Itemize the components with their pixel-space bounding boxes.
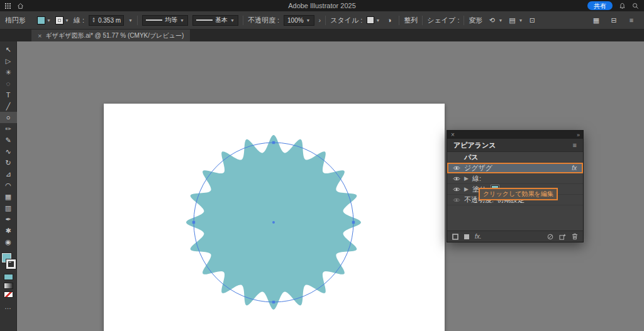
anchor-point[interactable] (272, 141, 275, 144)
fx-badge[interactable]: fx (572, 165, 578, 171)
selected-object-type: 楕円形 (5, 16, 33, 25)
direct-selection-tool[interactable]: ▷ (0, 55, 17, 67)
isolate-mode-icon[interactable]: ⊡ (527, 15, 537, 25)
zoom-tool[interactable]: ◉ (0, 236, 17, 247)
add-new-effect-icon[interactable]: fx. (475, 233, 482, 240)
center-point[interactable] (272, 221, 275, 224)
artboard[interactable] (104, 104, 445, 331)
visibility-eye-icon[interactable] (452, 165, 461, 171)
visibility-eye-icon[interactable] (452, 187, 461, 192)
appearance-panel-tab[interactable]: アピアランス (453, 141, 496, 150)
separator (399, 16, 399, 25)
arrange-icon[interactable]: ▤ (507, 15, 517, 25)
magic-wand-tool[interactable]: ✳ (0, 67, 17, 78)
shape-button[interactable]: シェイプ : (427, 16, 459, 25)
arrange-control[interactable]: ▤ ▼ (507, 15, 523, 25)
appearance-row-path[interactable]: パス (447, 152, 583, 163)
effect-name-label[interactable]: ジグザグ (464, 163, 492, 173)
appearance-row-zigzag[interactable]: ジグザグ fx (447, 163, 583, 173)
line-segment-tool[interactable]: ╱ (0, 100, 17, 112)
hand-tool[interactable]: ✱ (0, 225, 17, 236)
bell-icon[interactable] (619, 3, 626, 9)
none-mode-button[interactable] (4, 291, 13, 298)
control-bar-menu-icon[interactable]: ≡ (626, 15, 636, 25)
pencil-tool[interactable]: ✎ (0, 134, 17, 146)
apps-grid-icon[interactable] (5, 3, 11, 9)
free-transform-tool[interactable]: ▦ (0, 191, 17, 202)
opacity-label: 不透明度 : (248, 16, 279, 25)
more-options-chevron[interactable]: › (319, 16, 321, 24)
chevron-down-icon: ▼ (375, 18, 380, 23)
stroke-color-control[interactable]: ▼ (55, 16, 69, 24)
appearance-row-stroke[interactable]: ▶ 線: (447, 173, 583, 184)
effect-tooltip: クリックして効果を編集 (479, 188, 558, 200)
chevron-down-icon[interactable]: ▼ (128, 18, 133, 23)
transform-button[interactable]: 変形 (469, 16, 482, 25)
duplicate-item-icon[interactable] (559, 234, 566, 240)
stroke-weight-label: 線 : (74, 16, 84, 25)
width-profile-select[interactable]: 均等 ▼ (142, 15, 188, 26)
opacity-value: 100% (287, 17, 304, 24)
rotate-tool[interactable]: ↻ (0, 157, 17, 168)
selection-tool[interactable]: ↖ (0, 44, 17, 55)
transform-again-icon[interactable]: ⟲ (487, 15, 497, 25)
tab-close-icon[interactable]: × (38, 32, 42, 40)
arrange-documents-icon[interactable]: ▦ (591, 15, 601, 25)
disclosure-chevron-icon[interactable]: ▶ (464, 175, 469, 182)
clear-appearance-icon[interactable] (547, 234, 553, 240)
disclosure-chevron-icon[interactable]: ▶ (464, 186, 469, 192)
type-tool[interactable]: T (0, 89, 17, 100)
fill-swatch[interactable] (37, 16, 45, 24)
visibility-eye-icon[interactable] (452, 197, 461, 203)
width-profile-value: 均等 (165, 16, 177, 24)
tool-list: ↖▷✳◌T╱○✏✎∿↻⊿◠▦▥✒✱◉ (0, 44, 17, 247)
fill-stroke-indicator (0, 252, 17, 271)
opacity-select[interactable]: 100% ▼ (284, 15, 314, 26)
workspace-switcher-icon[interactable]: ⊟ (609, 15, 619, 25)
transform-again-control[interactable]: ⟲ ▼ (487, 15, 502, 25)
anchor-point[interactable] (352, 221, 355, 224)
gradient-mode-button[interactable] (4, 283, 13, 289)
panel-drag-bar[interactable]: × » (447, 131, 583, 139)
home-icon[interactable] (17, 3, 24, 9)
brush-value: 基本 (215, 16, 228, 24)
width-tool[interactable]: ◠ (0, 180, 17, 191)
anchor-point[interactable] (272, 301, 275, 303)
anchor-point[interactable] (192, 221, 195, 224)
style-swatch[interactable] (367, 16, 374, 24)
ellipse-tool[interactable]: ○ (0, 112, 17, 123)
align-button[interactable]: 整列 (404, 16, 418, 25)
brush-select[interactable]: 基本 ▼ (192, 15, 238, 26)
visibility-eye-icon[interactable] (452, 176, 461, 182)
stroke-row-label[interactable]: 線: (472, 174, 481, 183)
eyedropper-tool[interactable]: ✒ (0, 214, 17, 225)
stroke-swatch[interactable] (55, 16, 64, 24)
collapse-panel-icon[interactable]: » (577, 132, 579, 138)
edit-toolbar-ellipsis[interactable]: … (4, 303, 12, 310)
separator (422, 16, 423, 25)
gradient-tool[interactable]: ▥ (0, 202, 17, 214)
curvature-tool[interactable]: ∿ (0, 146, 17, 157)
lasso-tool[interactable]: ◌ (0, 78, 17, 89)
chevron-down-icon: ▼ (498, 18, 502, 23)
style-select[interactable]: ▼ (367, 16, 380, 24)
delete-item-icon[interactable] (572, 233, 578, 240)
panel-close-icon[interactable]: × (451, 132, 455, 138)
appearance-panel-footer: fx. (447, 231, 583, 242)
color-mode-button[interactable] (4, 274, 13, 280)
fill-color-control[interactable]: ▼ (37, 16, 51, 24)
search-icon[interactable] (632, 3, 639, 9)
paintbrush-tool[interactable]: ✏ (0, 123, 17, 134)
add-new-fill-icon[interactable] (464, 234, 470, 240)
share-button[interactable]: 共有 (587, 1, 613, 10)
stepper-arrows-icon[interactable]: ▲▼ (92, 17, 96, 23)
scale-tool[interactable]: ⊿ (0, 168, 17, 180)
recolor-artwork-icon[interactable]: ◑ (384, 15, 394, 25)
stroke-weight-value[interactable]: 0.353 m (98, 17, 121, 24)
add-new-stroke-icon[interactable] (452, 234, 458, 240)
stroke-color-indicator[interactable] (6, 259, 16, 269)
panel-menu-icon[interactable]: ≡ (573, 141, 577, 149)
stroke-weight-stepper[interactable]: ▲▼ 0.353 m (89, 15, 124, 26)
object-type-label: パス (464, 153, 479, 162)
document-tab[interactable]: × ギザギザ図形.ai* @ 51.77 % (CMYK/プレビュー) (31, 30, 190, 41)
